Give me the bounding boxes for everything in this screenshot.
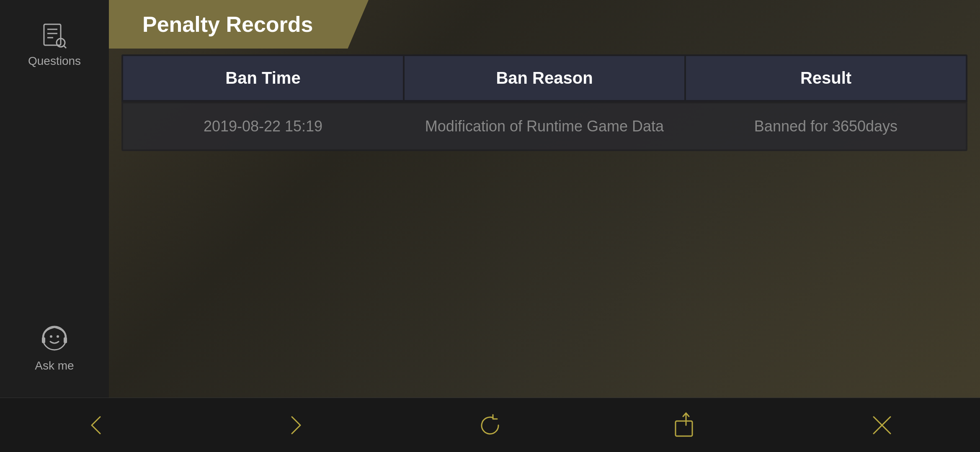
title-tab: Penalty Records bbox=[109, 0, 369, 49]
svg-point-7 bbox=[50, 335, 52, 338]
td-ban-time: 2019-08-22 15:19 bbox=[123, 103, 403, 149]
questions-icon bbox=[40, 21, 69, 50]
col-ban-time: Ban Time bbox=[123, 56, 403, 100]
svg-point-6 bbox=[43, 326, 66, 350]
penalty-table: Ban Time Ban Reason Result 2019-08-22 15… bbox=[121, 54, 967, 151]
askme-label: Ask me bbox=[35, 359, 74, 372]
page-title: Penalty Records bbox=[142, 12, 313, 36]
td-ban-reason: Modification of Runtime Game Data bbox=[405, 103, 684, 149]
sidebar-askme[interactable]: Ask me bbox=[35, 321, 74, 372]
close-button[interactable] bbox=[857, 400, 907, 450]
td-result: Banned for 3650days bbox=[686, 103, 966, 149]
svg-rect-10 bbox=[64, 337, 67, 343]
col-ban-reason: Ban Reason bbox=[405, 56, 684, 100]
svg-line-5 bbox=[64, 46, 66, 48]
svg-rect-9 bbox=[42, 337, 45, 343]
svg-rect-11 bbox=[676, 421, 692, 436]
table-body: 2019-08-22 15:19 Modification of Runtime… bbox=[121, 102, 967, 151]
content-area: Penalty Records Ban Time Ban Reason Resu… bbox=[109, 0, 980, 398]
svg-rect-0 bbox=[44, 24, 61, 45]
title-tab-box: Penalty Records bbox=[109, 0, 369, 49]
askme-icon bbox=[38, 321, 71, 355]
svg-point-8 bbox=[57, 335, 59, 338]
back-button[interactable] bbox=[73, 400, 123, 450]
table-header: Ban Time Ban Reason Result bbox=[121, 54, 967, 102]
share-button[interactable] bbox=[661, 400, 711, 450]
sidebar-item-questions[interactable]: Questions bbox=[20, 13, 89, 76]
bottom-toolbar bbox=[0, 398, 980, 452]
table-row: 2019-08-22 15:19 Modification of Runtime… bbox=[123, 103, 966, 149]
sidebar: Questions Ask me bbox=[0, 0, 109, 398]
sidebar-questions-label: Questions bbox=[28, 54, 81, 68]
refresh-button[interactable] bbox=[465, 400, 515, 450]
forward-button[interactable] bbox=[269, 400, 319, 450]
col-result: Result bbox=[686, 56, 966, 100]
